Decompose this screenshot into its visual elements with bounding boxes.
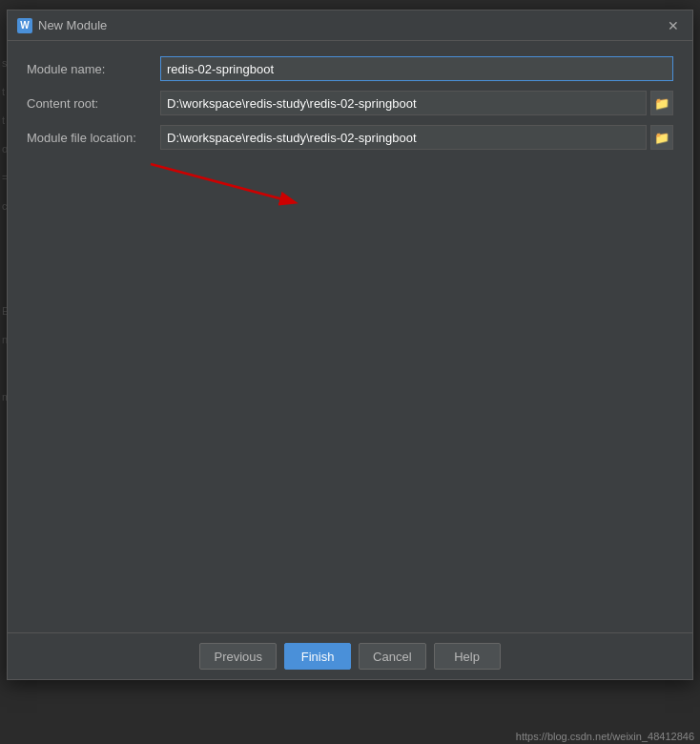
- footer-url: https://blog.csdn.net/weixin_48412846: [0, 729, 700, 744]
- module-name-label: Module name:: [27, 62, 160, 76]
- content-root-row: Content root: 📁: [27, 91, 673, 115]
- dialog-content: Module name: Content root: 📁 Module file…: [8, 41, 692, 632]
- module-file-label: Module file location:: [27, 131, 160, 145]
- folder-icon-2: 📁: [654, 131, 669, 145]
- module-file-input-wrap: 📁: [160, 125, 673, 150]
- module-name-input-wrap: [160, 56, 673, 81]
- arrow-annotation: [27, 159, 673, 217]
- folder-icon: 📁: [654, 96, 669, 111]
- content-root-label: Content root:: [27, 96, 160, 111]
- new-module-dialog: W New Module ✕ Module name: Content root…: [7, 10, 693, 680]
- module-file-input[interactable]: [160, 125, 647, 150]
- content-root-folder-button[interactable]: 📁: [650, 91, 673, 115]
- dialog-title-left: W New Module: [17, 18, 107, 33]
- module-name-input[interactable]: [160, 56, 673, 81]
- red-arrow-svg: [141, 155, 332, 212]
- module-file-row: Module file location: 📁: [27, 125, 673, 150]
- dialog-icon: W: [17, 18, 32, 33]
- dialog-footer: Previous Finish Cancel Help: [8, 632, 692, 679]
- finish-button[interactable]: Finish: [284, 643, 351, 670]
- module-file-folder-button[interactable]: 📁: [650, 125, 673, 150]
- module-name-row: Module name:: [27, 56, 673, 81]
- dialog-titlebar: W New Module ✕: [8, 10, 692, 41]
- content-root-input-wrap: 📁: [160, 91, 673, 115]
- dialog-spacer: [27, 217, 673, 617]
- close-button[interactable]: ✕: [664, 16, 683, 35]
- dialog-overlay: W New Module ✕ Module name: Content root…: [0, 0, 700, 744]
- svg-line-1: [151, 164, 294, 202]
- cancel-button[interactable]: Cancel: [359, 643, 425, 670]
- content-root-input[interactable]: [160, 91, 647, 115]
- help-button[interactable]: Help: [434, 643, 501, 670]
- previous-button[interactable]: Previous: [199, 643, 277, 670]
- dialog-title: New Module: [38, 18, 107, 32]
